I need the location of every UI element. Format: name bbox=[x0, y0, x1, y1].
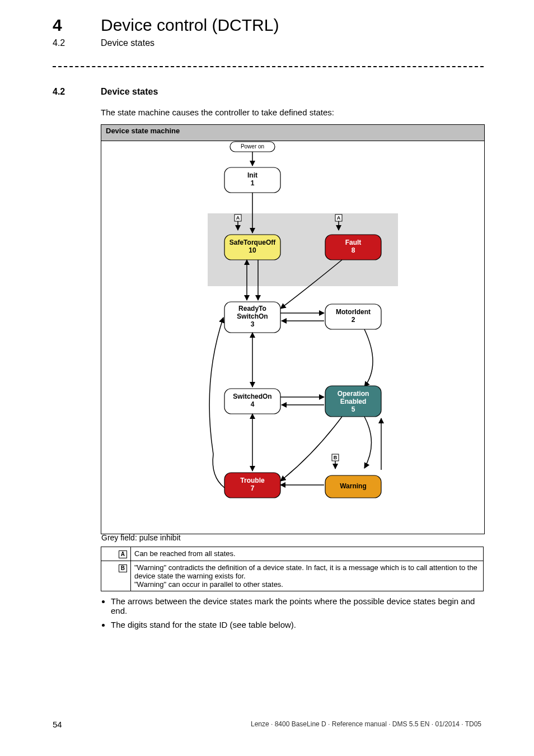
grey-field-caption: Grey field: pulse inhibit bbox=[101, 533, 181, 542]
svg-text:MotorIdent: MotorIdent bbox=[336, 308, 371, 316]
subsection-ref-number: 4.2 bbox=[53, 38, 65, 48]
legend-key-a: A bbox=[119, 550, 127, 558]
svg-text:10: 10 bbox=[249, 246, 256, 254]
svg-text:Operation: Operation bbox=[338, 390, 369, 398]
horizontal-rule bbox=[53, 66, 484, 67]
section-number: 4.2 bbox=[53, 87, 65, 97]
svg-text:3: 3 bbox=[251, 320, 255, 328]
svg-text:SwitchOn: SwitchOn bbox=[237, 312, 268, 320]
svg-text:Warning: Warning bbox=[340, 482, 367, 490]
legend-key-b: B bbox=[119, 564, 127, 572]
svg-text:8: 8 bbox=[352, 246, 355, 254]
state-diagram: Power on Init 1 A A bbox=[101, 141, 484, 533]
section-title: Device states bbox=[101, 87, 158, 97]
svg-text:1: 1 bbox=[251, 179, 255, 187]
page-number: 54 bbox=[53, 720, 62, 729]
svg-text:7: 7 bbox=[251, 484, 255, 492]
footer-line: Lenze · 8400 BaseLine D · Reference manu… bbox=[251, 720, 481, 728]
state-power-on: Power on bbox=[241, 143, 264, 150]
bullet-2: The digits stand for the state ID (see t… bbox=[111, 620, 484, 629]
svg-text:5: 5 bbox=[352, 405, 355, 413]
svg-text:A: A bbox=[337, 215, 341, 221]
figure-box: Device state machine Power on Init 1 bbox=[101, 124, 485, 534]
legend-text-b: "Warning" contradicts the definition of … bbox=[131, 561, 484, 591]
svg-text:4: 4 bbox=[251, 400, 255, 408]
legend-table: A Can be reached from all states. B "War… bbox=[101, 547, 484, 591]
svg-text:SafeTorqueOff: SafeTorqueOff bbox=[229, 239, 276, 246]
svg-text:SwitchedOn: SwitchedOn bbox=[233, 393, 271, 400]
svg-text:ReadyTo: ReadyTo bbox=[238, 305, 266, 312]
svg-text:Trouble: Trouble bbox=[240, 477, 265, 484]
chapter-number: 4 bbox=[53, 16, 62, 35]
figure-header: Device state machine bbox=[101, 125, 484, 141]
svg-text:Enabled: Enabled bbox=[340, 398, 367, 405]
subsection-ref-title: Device states bbox=[101, 38, 154, 48]
svg-text:Fault: Fault bbox=[345, 239, 362, 246]
svg-text:B: B bbox=[334, 455, 338, 460]
bullet-1: The arrows between the device states mar… bbox=[111, 596, 484, 615]
svg-text:2: 2 bbox=[352, 316, 355, 324]
svg-text:Init: Init bbox=[247, 171, 257, 179]
bullet-list: The arrows between the device states mar… bbox=[101, 596, 484, 634]
chapter-title: Device control (DCTRL) bbox=[101, 16, 279, 35]
intro-text: The state machine causes the controller … bbox=[101, 108, 334, 117]
legend-text-a: Can be reached from all states. bbox=[131, 547, 484, 561]
svg-text:A: A bbox=[236, 215, 240, 221]
